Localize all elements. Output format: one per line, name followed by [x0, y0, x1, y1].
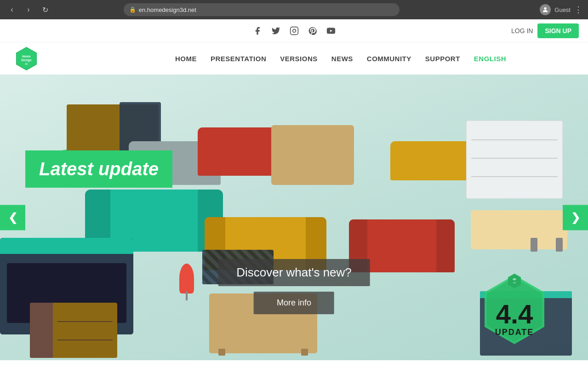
- pinterest-icon[interactable]: [308, 26, 317, 35]
- sofa-tan: [390, 141, 475, 180]
- nav-support[interactable]: SUPPORT: [425, 55, 460, 63]
- nav-language[interactable]: ENGLISH: [474, 55, 506, 63]
- back-button[interactable]: ‹: [6, 3, 18, 16]
- reload-button[interactable]: ↻: [39, 3, 51, 16]
- url-text: en.homedesign3d.net: [139, 6, 196, 13]
- address-bar[interactable]: 🔒 en.homedesign3d.net: [124, 3, 400, 16]
- lock-icon: 🔒: [129, 6, 136, 13]
- latest-update-badge: Latest update: [25, 150, 172, 188]
- dresser-bottom: [30, 303, 117, 358]
- user-avatar: [540, 4, 551, 15]
- navbar: Home Design 3D HOME PRESENTATION VERSION…: [0, 42, 588, 75]
- prev-slide-button[interactable]: ❮: [0, 205, 25, 230]
- table-leg-2: [301, 349, 308, 356]
- browser-chrome: ‹ › ↻ 🔒 en.homedesign3d.net Guest ⋮: [0, 0, 588, 19]
- nav-home[interactable]: HOME: [175, 55, 197, 63]
- svg-text:3D: 3D: [513, 282, 515, 284]
- browser-username: Guest: [554, 6, 571, 13]
- forward-button[interactable]: ›: [22, 3, 35, 16]
- browser-user-area: Guest ⋮: [540, 4, 582, 15]
- signup-button[interactable]: SIGN UP: [537, 23, 579, 38]
- hero-section: Latest update Discover what's new? More …: [0, 75, 588, 360]
- svg-marker-10: [508, 274, 521, 288]
- desk-leg-2: [556, 238, 563, 252]
- facebook-icon[interactable]: [253, 26, 262, 35]
- nav-versions[interactable]: VERSIONS: [280, 55, 318, 63]
- logo-hexagon: Home Design 3D: [14, 46, 39, 71]
- nav-presentation[interactable]: PRESENTATION: [211, 55, 266, 63]
- version-badge: HD 3D 4.4 UPDATE: [478, 268, 551, 351]
- hero-subtitle: Discover what's new?: [218, 259, 370, 286]
- desk-leg-1: [531, 238, 537, 252]
- social-bar: LOG IN SIGN UP: [0, 19, 588, 42]
- lamp-stem: [186, 291, 188, 300]
- nav-news[interactable]: NEWS: [331, 55, 353, 63]
- login-link[interactable]: LOG IN: [511, 27, 533, 35]
- youtube-icon[interactable]: [326, 26, 336, 35]
- svg-text:HD: HD: [513, 278, 516, 281]
- svg-text:Design: Design: [22, 58, 32, 62]
- nav-links: HOME PRESENTATION VERSIONS NEWS COMMUNIT…: [175, 55, 506, 63]
- version-update-label: UPDATE: [482, 328, 547, 337]
- shelf-white: [466, 121, 563, 199]
- bed-wood: [271, 125, 354, 185]
- svg-rect-1: [290, 27, 298, 35]
- version-hexagon: HD 3D 4.4 UPDATE: [478, 268, 551, 351]
- version-number: 4.4: [482, 301, 547, 328]
- next-slide-button[interactable]: ❯: [563, 205, 588, 230]
- more-info-button[interactable]: More info: [254, 292, 334, 314]
- logo-area[interactable]: Home Design 3D: [14, 46, 39, 71]
- desk-light: [471, 210, 567, 249]
- lamp-red: [179, 264, 194, 293]
- hero-content: Discover what's new? More info: [218, 259, 370, 314]
- instagram-icon[interactable]: [290, 26, 299, 35]
- svg-point-0: [544, 7, 547, 10]
- auth-links: LOG IN SIGN UP: [511, 23, 579, 38]
- browser-menu-button[interactable]: ⋮: [574, 5, 582, 15]
- svg-text:3D: 3D: [25, 63, 28, 65]
- table-leg-1: [218, 349, 225, 356]
- svg-text:Home: Home: [22, 54, 31, 58]
- nav-community[interactable]: COMMUNITY: [367, 55, 411, 63]
- twitter-icon[interactable]: [271, 26, 280, 35]
- latest-update-text: Latest update: [39, 159, 159, 179]
